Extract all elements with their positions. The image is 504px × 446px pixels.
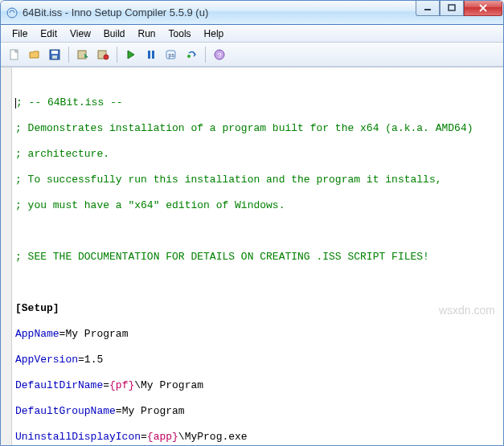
window-title: 64Bit.iss - Inno Setup Compiler 5.5.9 (u… <box>23 6 416 18</box>
const-pf: {pf} <box>109 379 134 391</box>
key-uninstalldisplayicon: UninstallDisplayIcon <box>15 431 141 443</box>
svg-rect-5 <box>51 51 58 54</box>
step-over-button[interactable] <box>182 46 200 63</box>
comment-line: ; SEE THE DOCUMENTATION FOR DETAILS ON C… <box>15 251 429 263</box>
svg-rect-2 <box>449 5 455 10</box>
comment-line: ; Demonstrates installation of a program… <box>15 122 473 134</box>
section-setup: [Setup] <box>15 302 59 314</box>
menu-edit[interactable]: Edit <box>34 27 64 41</box>
key-defaultdirname: DefaultDirName <box>15 379 103 391</box>
toolbar-separator <box>68 47 69 63</box>
minimize-button[interactable] <box>416 0 440 16</box>
window-controls <box>416 1 502 24</box>
help-button[interactable]: ? <box>211 46 228 63</box>
tool-bar: ps ? <box>1 43 503 67</box>
new-button[interactable] <box>6 46 23 63</box>
comment-line: ; architecture. <box>15 148 109 160</box>
menu-run[interactable]: Run <box>132 27 162 41</box>
app-icon <box>6 6 18 19</box>
maximize-button[interactable] <box>440 0 464 16</box>
code-editor[interactable]: ; -- 64Bit.iss -- ; Demonstrates install… <box>1 67 503 445</box>
step-button[interactable]: ps <box>162 46 180 63</box>
svg-point-14 <box>187 55 191 58</box>
val-appversion: 1.5 <box>84 354 103 366</box>
key-appname: AppName <box>15 328 59 340</box>
val-uninstalldisplayicon: \MyProg.exe <box>178 431 248 443</box>
svg-point-9 <box>104 55 109 59</box>
val-defaultgroupname: My Program <box>122 405 185 417</box>
save-button[interactable] <box>46 46 64 63</box>
val-defaultdirname: \My Program <box>134 379 203 391</box>
comment-line: ; you must have a "x64" edition of Windo… <box>15 199 285 211</box>
menu-view[interactable]: View <box>64 27 97 41</box>
svg-rect-1 <box>424 9 431 10</box>
key-defaultgroupname: DefaultGroupName <box>15 405 116 417</box>
svg-text:ps: ps <box>169 52 175 59</box>
pause-button[interactable] <box>142 46 160 63</box>
open-button[interactable] <box>26 46 43 63</box>
menu-help[interactable]: Help <box>198 27 231 41</box>
toolbar-separator <box>117 47 117 63</box>
compile-button[interactable] <box>74 46 92 63</box>
editor-margin <box>1 68 12 445</box>
title-bar[interactable]: 64Bit.iss - Inno Setup Compiler 5.5.9 (u… <box>1 1 503 25</box>
val-appname: My Program <box>65 328 128 340</box>
menu-tools[interactable]: Tools <box>162 27 198 41</box>
svg-rect-6 <box>52 55 57 59</box>
comment-line: ; To successfully run this installation … <box>15 174 442 186</box>
svg-point-0 <box>7 8 17 18</box>
stop-compile-button[interactable] <box>94 46 112 63</box>
const-app: {app} <box>147 431 178 443</box>
main-window: 64Bit.iss - Inno Setup Compiler 5.5.9 (u… <box>0 0 504 446</box>
svg-rect-11 <box>152 51 154 59</box>
menu-bar: File Edit View Build Run Tools Help <box>1 25 503 43</box>
run-button[interactable] <box>122 46 140 63</box>
svg-text:?: ? <box>218 51 222 59</box>
svg-rect-10 <box>148 51 150 59</box>
menu-file[interactable]: File <box>6 27 34 41</box>
comment-line: ; -- 64Bit.iss -- <box>16 96 123 108</box>
close-button[interactable] <box>464 0 502 16</box>
toolbar-separator <box>205 47 206 63</box>
key-appversion: AppVersion <box>15 354 78 366</box>
menu-build[interactable]: Build <box>97 27 132 41</box>
